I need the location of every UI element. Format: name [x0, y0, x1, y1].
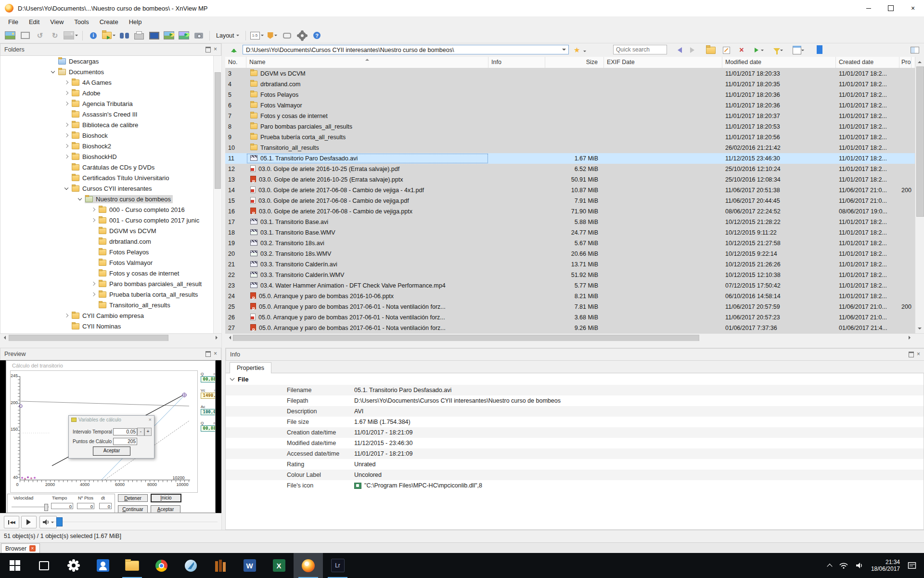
rotate-right-button[interactable]: ↻ — [49, 29, 61, 42]
file-row[interactable]: 1803.1. Transitorio Base.WMV24.77 MiB10/… — [225, 227, 915, 238]
help-button[interactable]: ? — [311, 29, 323, 42]
tree-item[interactable]: Documentos — [0, 66, 222, 77]
tree-item[interactable]: CYII Cambio empresa — [0, 310, 222, 321]
tree-item[interactable]: Carátulas de CDs y DVDs — [0, 162, 222, 172]
wifi-icon[interactable] — [839, 562, 848, 569]
tree-item[interactable]: 001 - Curso completo 2017 junic — [0, 215, 222, 225]
taskbar-file-explorer-icon[interactable] — [117, 553, 147, 578]
volume-button[interactable] — [39, 516, 57, 528]
menu-edit[interactable]: Edit — [24, 16, 45, 28]
file-row[interactable]: 2405.0. Arranque y paro de bombas 2016-1… — [225, 291, 915, 302]
file-row[interactable]: 1105.1. Transitorio Paro Desfasado.avi1.… — [225, 153, 915, 164]
thumbnail-size-button[interactable]: 1-5 — [250, 29, 264, 42]
expand-icon[interactable] — [62, 102, 71, 105]
dialog-close-icon[interactable]: × — [149, 417, 152, 422]
new-folder-button[interactable] — [705, 46, 717, 54]
scroll-down-icon[interactable] — [918, 328, 922, 331]
spin-up-button[interactable]: + — [144, 428, 152, 436]
tree-item[interactable]: Bioshock — [0, 130, 222, 141]
file-row[interactable]: 2303.4. Water Hammer Animation - DFT Che… — [225, 280, 915, 291]
taskbar-word-icon[interactable]: W — [235, 553, 264, 578]
float-panel-icon[interactable] — [909, 352, 914, 357]
info-button[interactable]: i — [87, 29, 100, 42]
video-detener-button[interactable]: Detener — [118, 494, 148, 502]
slideshow-button[interactable] — [148, 29, 160, 42]
close-panel-icon[interactable]: × — [214, 351, 217, 357]
edit-button[interactable] — [720, 46, 732, 54]
file-row[interactable]: 5Fotos Pelayos11/01/2017 18:20:3611/01/2… — [225, 90, 915, 100]
tree-item[interactable]: Bioshock2 — [0, 141, 222, 151]
search-button[interactable] — [118, 29, 130, 42]
scroll-left-icon[interactable] — [2, 336, 6, 340]
seek-thumb[interactable] — [56, 517, 63, 526]
file-row[interactable]: 9Prueba tubería corta_all_results11/01/2… — [225, 132, 915, 143]
file-row[interactable]: 7Fotos y cosas de internet11/01/2017 18:… — [225, 111, 915, 121]
path-combobox[interactable]: D:\Users\Yo\Documents\Cursos CYII intere… — [243, 45, 569, 54]
float-panel-icon[interactable] — [205, 47, 211, 53]
collapse-icon[interactable] — [48, 71, 58, 73]
file-row[interactable]: 6Fotos Valmayor11/01/2017 18:20:3611/01/… — [225, 100, 915, 111]
taskbar-task-view-icon[interactable] — [29, 553, 59, 578]
expand-icon[interactable] — [89, 208, 98, 211]
menu-help[interactable]: Help — [124, 16, 147, 28]
tree-item[interactable]: Fotos Pelayos — [0, 247, 222, 257]
menu-view[interactable]: View — [45, 16, 69, 28]
settings-button[interactable] — [296, 29, 308, 42]
quick-search-input[interactable] — [613, 45, 667, 54]
close-button[interactable]: × — [902, 0, 924, 16]
tree-item[interactable]: Agencia Tributaria — [0, 98, 222, 109]
tree-item[interactable]: drbratland.com — [0, 236, 222, 247]
file-row[interactable]: 1603.0. Golpe de ariete 2017-06-08 - Cam… — [225, 206, 915, 217]
taskbar-lightroom-icon[interactable]: Lr — [323, 553, 352, 578]
go-up-icon[interactable] — [230, 46, 238, 53]
expand-icon[interactable] — [62, 314, 71, 317]
tree-item[interactable]: Adobe — [0, 88, 222, 98]
file-row[interactable]: 2705.0. Arranque y paro de bombas 2017-0… — [225, 323, 915, 333]
collapse-icon[interactable] — [75, 198, 85, 200]
delete-button[interactable]: × — [735, 46, 748, 54]
scroll-left-icon[interactable] — [227, 336, 231, 340]
tree-item[interactable]: DGVM vs DCVM — [0, 225, 222, 236]
dialog-accept-button[interactable]: Aceptar — [93, 447, 130, 456]
video-continuar-button[interactable]: Continuar — [118, 505, 148, 513]
filter-button[interactable] — [772, 46, 784, 54]
view-mode-button[interactable] — [792, 46, 805, 54]
tree-vertical-scrollbar[interactable] — [213, 56, 221, 333]
maximize-button[interactable] — [880, 0, 902, 16]
tag-button[interactable] — [266, 29, 279, 42]
file-row[interactable]: 1203.0. Golpe de ariete 2016-10-25 (Erra… — [225, 164, 915, 174]
tree-item[interactable]: 4A Games — [0, 77, 222, 88]
menu-tools[interactable]: Tools — [69, 16, 94, 28]
file-row[interactable]: 1903.2. Transitorio 18s.avi5.67 MiB10/12… — [225, 238, 915, 249]
file-row[interactable]: 2203.3. Transitorio Calderín.WMV51.92 Mi… — [225, 270, 915, 280]
column-header-name[interactable]: Name — [246, 57, 488, 68]
tree-item[interactable]: Cursos CYII interesantes — [0, 183, 222, 194]
expand-icon[interactable] — [62, 81, 71, 84]
video-aceptar-button[interactable]: Aceptar — [151, 505, 180, 513]
menu-create[interactable]: Create — [94, 16, 124, 28]
skip-to-start-button[interactable]: ◀◀ — [4, 516, 19, 528]
combobox-caret-icon[interactable] — [562, 49, 566, 53]
list-horizontal-scrollbar[interactable] — [225, 333, 924, 342]
tree-item[interactable]: Fotos Valmayor — [0, 257, 222, 268]
layout-menu-button[interactable]: Layout — [214, 29, 241, 42]
tree-item[interactable]: Certificados Título Universitario — [0, 172, 222, 183]
expand-icon[interactable] — [89, 293, 98, 296]
preview-area[interactable]: Cálculo del transitorio — [0, 360, 221, 513]
rotate-left-button[interactable]: ↺ — [34, 29, 46, 42]
scrollbar-thumb[interactable] — [916, 66, 924, 217]
tree-horizontal-scrollbar[interactable] — [0, 333, 221, 342]
print-button[interactable] — [133, 29, 145, 42]
play-button[interactable] — [21, 516, 37, 528]
tree-item[interactable]: Descargas — [0, 56, 222, 66]
batch-rename-button[interactable] — [178, 29, 190, 42]
file-row[interactable]: 2003.2. Transitorio 18s.WMV20.66 MiB10/1… — [225, 249, 915, 259]
velocidad-slider-thumb[interactable] — [44, 504, 48, 511]
file-row[interactable]: 1503.0. Golpe de ariete 2017-06-08 - Cam… — [225, 196, 915, 206]
expand-icon[interactable] — [62, 155, 71, 158]
column-header-no[interactable]: No. — [225, 57, 246, 68]
close-panel-icon[interactable]: × — [917, 352, 920, 357]
file-section-header[interactable]: File — [226, 373, 924, 385]
column-header-exif[interactable]: EXIF Date — [604, 57, 722, 68]
file-row[interactable]: 3DGVM vs DCVM11/01/2017 18:20:3311/01/20… — [225, 68, 915, 79]
